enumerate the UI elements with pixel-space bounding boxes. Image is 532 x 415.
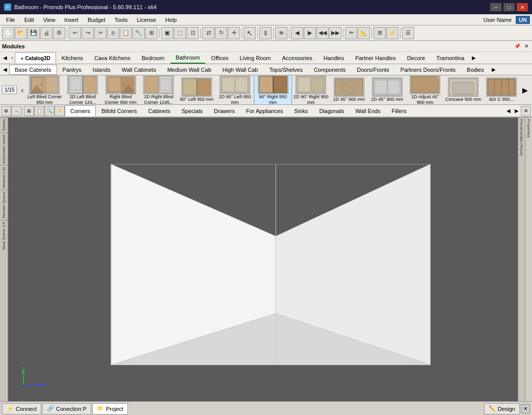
filter-icon4[interactable]: 📋 xyxy=(34,106,44,116)
menu-license[interactable]: License xyxy=(132,16,160,24)
properties-label[interactable]: Properties xyxy=(526,118,531,139)
extras-label[interactable]: Extras xyxy=(1,118,7,132)
subtab-partners-doors[interactable]: Partners Doors/Fronts xyxy=(395,65,461,75)
close-button[interactable]: ✕ xyxy=(517,3,528,11)
subtab-medium-wall[interactable]: Medium Wall Cab xyxy=(162,65,217,75)
filter-icon6[interactable]: ⚡ xyxy=(55,106,65,116)
save-button[interactable]: 💾 xyxy=(28,27,40,39)
subtab-islands[interactable]: Islands xyxy=(87,65,116,75)
tb-grid[interactable]: ⊞ xyxy=(374,27,386,39)
filter-prev-arrow[interactable]: ◀ xyxy=(504,107,513,115)
filter-corners[interactable]: Corners xyxy=(65,105,96,117)
cut-button[interactable]: ✂ xyxy=(94,27,107,39)
tb-ruler[interactable]: 📐 xyxy=(358,27,370,39)
tab-catalog3d[interactable]: ● Catalog3D xyxy=(15,52,56,64)
real-scene-label[interactable]: Real Scene 2.0 xyxy=(1,220,7,252)
subtab-doors[interactable]: Doors/Fronts xyxy=(351,65,395,75)
tab-connection-p[interactable]: 🔗 Conection P xyxy=(42,403,91,414)
cabinet-item-3[interactable]: Right Blind Corner 950 mm xyxy=(101,75,140,105)
new-button[interactable]: 📄 xyxy=(2,27,14,39)
filter-icon3[interactable]: ⊞ xyxy=(24,106,34,116)
tab-decore[interactable]: Decore xyxy=(402,52,431,64)
design-close-btn[interactable]: ✕ xyxy=(521,404,530,413)
cabinet-item-10[interactable]: 2D 45° 900 mm xyxy=(368,76,406,103)
cabinet-item-5[interactable]: 90° Left 950 mm xyxy=(178,76,216,103)
tb-nav2[interactable]: ▶ xyxy=(304,27,316,39)
tb-money[interactable]: $ xyxy=(259,27,272,39)
tb-nav3[interactable]: ◀◀ xyxy=(316,27,329,39)
delete-button[interactable]: 🔧 xyxy=(132,27,145,39)
tab-kitchens[interactable]: Kitchens xyxy=(56,52,89,64)
cabinet-item-9[interactable]: 1D 45° 900 mm xyxy=(330,76,368,103)
tb-view3[interactable]: ⊡ xyxy=(187,27,199,39)
menu-tools[interactable]: Tools xyxy=(111,16,132,24)
tb-eye[interactable]: 👁 xyxy=(275,27,287,39)
tab-bedroom[interactable]: Bedroom xyxy=(136,52,170,64)
tab-prev2-arrow[interactable]: ‹ xyxy=(9,54,15,62)
auto-insert-label[interactable]: Automatic Insert xyxy=(1,133,7,165)
filter-icon1[interactable]: ⚙ xyxy=(1,106,11,116)
tb-select2[interactable]: ↖ xyxy=(244,27,256,39)
filter-fillers[interactable]: Fillers xyxy=(386,105,412,117)
cabinet-item-6[interactable]: 2D 90° Left 950 mm xyxy=(216,75,254,105)
tb-select[interactable]: ⊞ xyxy=(145,27,157,39)
subtab-bodies[interactable]: Bodies xyxy=(461,65,490,75)
tab-tramontina[interactable]: Tramontina xyxy=(431,52,470,64)
filter-specials[interactable]: Specials xyxy=(176,105,208,117)
filter-icon5[interactable]: 🔍 xyxy=(44,106,55,116)
tab-offices[interactable]: Offices xyxy=(205,52,234,64)
cabinet-item-1[interactable]: Left Blind Corner 950 mm xyxy=(25,75,64,105)
cabinets-scroll-right[interactable]: ▶ xyxy=(520,85,530,95)
maximize-button[interactable]: □ xyxy=(503,3,515,11)
subtab-prev-arrow[interactable]: ◀ xyxy=(1,66,9,73)
viewport-3d[interactable]: x z xyxy=(8,118,518,401)
paste-button[interactable]: 📋 xyxy=(120,27,132,39)
tab-prev-arrow[interactable]: ◀ xyxy=(1,54,9,62)
subtab-base[interactable]: Base Cabinets xyxy=(9,65,57,75)
tools-nova-label[interactable]: Ferramentas (Nova) xyxy=(519,118,524,157)
tab-partner-handles[interactable]: Partner Handles xyxy=(350,52,402,64)
menu-budget[interactable]: Budget xyxy=(84,16,110,24)
menu-insert[interactable]: Insert xyxy=(60,16,83,24)
cabinet-item-12[interactable]: Concave 900 mm xyxy=(444,76,483,103)
tb-layers[interactable]: ☰ xyxy=(402,27,414,39)
filter-next-arrow[interactable]: ▶ xyxy=(513,107,521,115)
tab-project[interactable]: 📁 Project xyxy=(92,403,128,414)
filter-drawers[interactable]: Drawers xyxy=(208,105,241,117)
cabinet-item-13[interactable]: 4Dr C 950... xyxy=(482,76,520,103)
tab-living[interactable]: Living Room xyxy=(234,52,276,64)
subtab-components[interactable]: Components xyxy=(308,65,351,75)
undo-button[interactable]: ↩ xyxy=(69,27,81,39)
tab-design[interactable]: ✏️ Design xyxy=(484,403,520,414)
tab-accessories[interactable]: Accessories xyxy=(277,52,318,64)
tb-mirror[interactable]: ⇄ xyxy=(202,27,215,39)
tab-cava[interactable]: Cava Kitchens xyxy=(89,52,136,64)
filter-icon2[interactable]: → xyxy=(11,106,21,116)
open-button[interactable]: 📂 xyxy=(15,27,27,39)
tab-bathroom[interactable]: Bathroom xyxy=(170,52,206,64)
filter-close-btn[interactable]: ✕ xyxy=(521,106,531,116)
menu-view[interactable]: View xyxy=(39,16,60,24)
cabinet-item-4[interactable]: 2D Right Blind Corner 1245... xyxy=(140,75,178,105)
tb-nav4[interactable]: ▶▶ xyxy=(329,27,341,39)
render-queue-label[interactable]: Render Queue xyxy=(1,190,7,219)
cabinet-item-11[interactable]: 1D Adjust 45° 900 mm xyxy=(406,75,444,105)
tab-handles[interactable]: Handles xyxy=(318,52,350,64)
menu-file[interactable]: File xyxy=(2,16,19,24)
tb-move[interactable]: ✛ xyxy=(228,27,240,39)
tab-more-arrow[interactable]: ▶ xyxy=(470,54,478,62)
tb-btn5[interactable]: ⚙ xyxy=(53,27,65,39)
filter-bifold[interactable]: Bifold Corners xyxy=(96,105,143,117)
close-modules-button[interactable]: ✕ xyxy=(523,43,530,49)
filter-cabinets[interactable]: Cabinets xyxy=(143,105,176,117)
menu-edit[interactable]: Edit xyxy=(20,16,38,24)
print-button[interactable]: 🖨 xyxy=(40,27,52,39)
minimize-button[interactable]: ─ xyxy=(490,3,501,11)
tab-connect[interactable]: ⚡ Connect xyxy=(2,403,41,414)
filter-sinks[interactable]: Sinks xyxy=(289,105,314,117)
tb-nav1[interactable]: ◀ xyxy=(291,27,303,39)
filter-diagonals[interactable]: Diagonals xyxy=(313,105,350,117)
menu-help[interactable]: Help xyxy=(161,16,181,24)
subtab-wall[interactable]: Wall Cabinets xyxy=(116,65,162,75)
copy-button[interactable]: ⎘ xyxy=(107,27,119,39)
